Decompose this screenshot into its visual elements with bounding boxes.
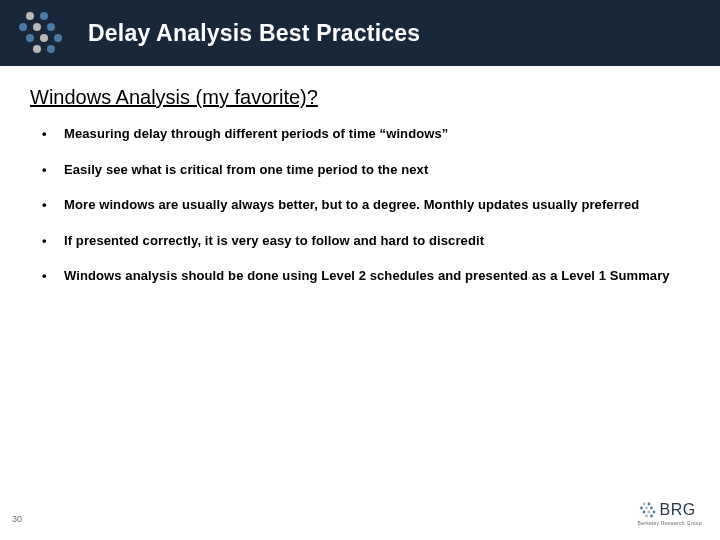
svg-point-2 — [19, 23, 27, 31]
svg-point-18 — [645, 515, 648, 518]
svg-point-5 — [26, 34, 34, 42]
slide-body: Windows Analysis (my favorite)? Measurin… — [0, 66, 720, 285]
list-item: Easily see what is critical from one tim… — [30, 161, 690, 179]
svg-point-0 — [26, 12, 34, 20]
svg-point-19 — [650, 515, 653, 518]
svg-point-6 — [40, 34, 48, 42]
list-item: If presented correctly, it is very easy … — [30, 232, 690, 250]
list-item: More windows are usually always better, … — [30, 196, 690, 214]
svg-point-17 — [652, 511, 655, 514]
dots-logo-icon — [14, 8, 70, 58]
svg-point-7 — [54, 34, 62, 42]
slide-title: Delay Analysis Best Practices — [88, 20, 420, 47]
svg-point-14 — [650, 507, 653, 510]
svg-point-12 — [640, 507, 643, 510]
section-subhead: Windows Analysis (my favorite)? — [30, 86, 690, 109]
svg-point-4 — [47, 23, 55, 31]
svg-point-3 — [33, 23, 41, 31]
footer-logo: BRG Berkeley Research Group — [638, 501, 702, 526]
svg-point-10 — [642, 503, 645, 506]
svg-point-16 — [647, 511, 650, 514]
list-item: Windows analysis should be done using Le… — [30, 267, 690, 285]
svg-point-1 — [40, 12, 48, 20]
footer-logo-tagline: Berkeley Research Group — [638, 520, 702, 526]
page-number: 30 — [12, 514, 22, 524]
slide-header: Delay Analysis Best Practices — [0, 0, 720, 66]
svg-point-13 — [645, 507, 648, 510]
svg-point-15 — [642, 511, 645, 514]
svg-point-11 — [647, 503, 650, 506]
svg-point-8 — [33, 45, 41, 53]
footer-logo-main: BRG — [638, 501, 702, 519]
dots-logo-icon — [638, 501, 656, 519]
slide: Delay Analysis Best Practices Windows An… — [0, 0, 720, 540]
footer-logo-text: BRG — [660, 501, 696, 519]
bullet-list: Measuring delay through different period… — [30, 125, 690, 285]
svg-point-9 — [47, 45, 55, 53]
list-item: Measuring delay through different period… — [30, 125, 690, 143]
